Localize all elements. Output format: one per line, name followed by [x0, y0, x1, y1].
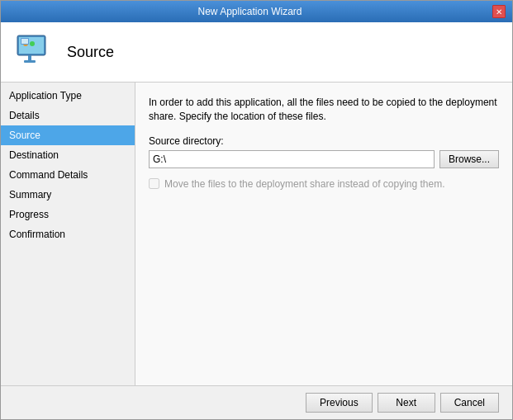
svg-rect-6	[24, 60, 36, 63]
source-directory-row: Browse...	[149, 150, 499, 168]
sidebar-item-summary[interactable]: Summary	[1, 185, 135, 205]
sidebar-item-command-details[interactable]: Command Details	[1, 165, 135, 185]
source-directory-input[interactable]	[149, 150, 435, 168]
content-area: Application Type Details Source Destinat…	[1, 83, 512, 385]
header-area: Source	[1, 22, 512, 83]
sidebar-item-destination[interactable]: Destination	[1, 145, 135, 165]
footer: Previous Next Cancel	[1, 385, 512, 419]
close-button[interactable]: ✕	[492, 5, 506, 18]
sidebar-item-progress[interactable]: Progress	[1, 205, 135, 224]
move-files-label: Move the files to the deployment share i…	[164, 178, 445, 190]
next-button[interactable]: Next	[378, 393, 435, 413]
title-bar-controls: ✕	[492, 5, 506, 18]
sidebar-item-application-type[interactable]: Application Type	[1, 86, 135, 106]
page-title: Source	[67, 44, 114, 61]
source-directory-label: Source directory:	[149, 135, 499, 147]
window-title: New Application Wizard	[7, 6, 492, 17]
cancel-button[interactable]: Cancel	[440, 393, 499, 413]
sidebar: Application Type Details Source Destinat…	[1, 83, 135, 385]
sidebar-item-source[interactable]: Source	[1, 125, 135, 145]
move-files-row: Move the files to the deployment share i…	[149, 178, 499, 190]
move-files-checkbox	[149, 178, 159, 189]
svg-rect-4	[22, 49, 34, 50]
sidebar-item-confirmation[interactable]: Confirmation	[1, 224, 135, 244]
description-text: In order to add this application, all th…	[149, 96, 499, 124]
svg-rect-5	[28, 55, 31, 60]
svg-rect-8	[21, 39, 28, 44]
previous-button[interactable]: Previous	[306, 393, 373, 413]
browse-button[interactable]: Browse...	[439, 150, 499, 168]
main-panel: In order to add this application, all th…	[135, 83, 512, 385]
header-icon	[14, 32, 54, 72]
sidebar-item-details[interactable]: Details	[1, 106, 135, 125]
application-window: New Application Wizard ✕ Sour	[0, 0, 513, 420]
svg-point-3	[30, 41, 35, 46]
title-bar: New Application Wizard ✕	[1, 1, 512, 22]
